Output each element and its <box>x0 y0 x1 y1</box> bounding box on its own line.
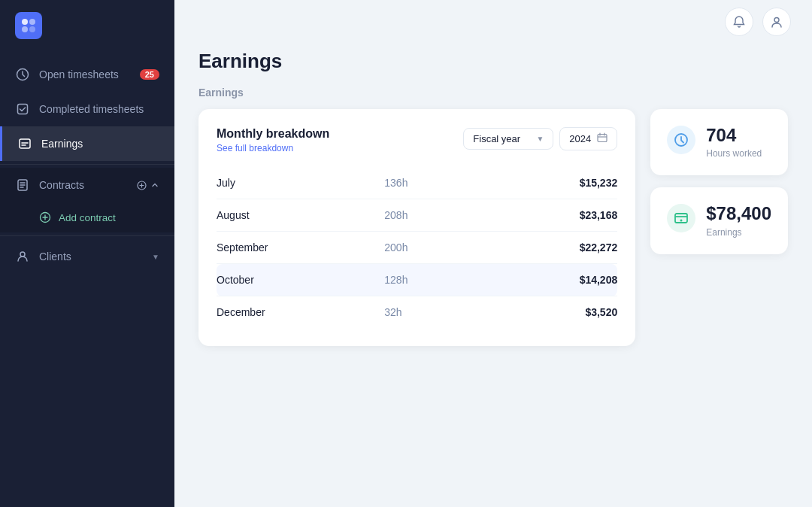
section-label: Earnings <box>198 87 788 99</box>
earnings-value: $78,400 <box>706 204 771 223</box>
main-content: Earnings Earnings Monthly breakdown See … <box>174 0 812 507</box>
hours-value: 704 <box>706 126 762 145</box>
table-row: July 136h $15,232 <box>217 167 617 199</box>
chevron-up-icon <box>150 181 159 190</box>
svg-rect-5 <box>18 105 28 114</box>
earnings-stat-card: $78,400 Earnings <box>650 187 788 254</box>
table-row: October 128h $14,208 <box>217 264 617 296</box>
nav-divider <box>0 164 174 165</box>
sidebar-item-open-timesheets[interactable]: Open timesheets 25 <box>0 57 174 92</box>
open-timesheets-badge: 25 <box>140 69 159 80</box>
hours-cell: 208h <box>377 199 486 232</box>
card-controls: Fiscal year ▼ 2024 <box>463 127 617 150</box>
svg-point-0 <box>22 19 28 25</box>
table-row: December 32h $3,520 <box>217 296 617 329</box>
notifications-button[interactable] <box>725 8 753 36</box>
amount-cell: $3,520 <box>487 296 618 329</box>
hours-cell: 200h <box>377 232 486 264</box>
clock-icon <box>15 67 30 82</box>
content-grid: Monthly breakdown See full breakdown Fis… <box>198 109 788 346</box>
breakdown-card: Monthly breakdown See full breakdown Fis… <box>198 109 635 346</box>
clock-stat-icon <box>667 126 695 154</box>
sidebar-item-earnings[interactable]: Earnings <box>0 126 174 161</box>
svg-point-1 <box>29 19 35 25</box>
sidebar-item-add-contract[interactable]: Add contract <box>0 202 174 232</box>
stats-column: 704 Hours worked $78,400 Earni <box>650 109 788 254</box>
amount-cell: $23,168 <box>487 199 618 232</box>
fiscal-year-label: Fiscal year <box>473 133 520 144</box>
sidebar-item-label: Earnings <box>41 138 83 150</box>
svg-rect-6 <box>20 139 30 148</box>
hours-stat-text: 704 Hours worked <box>706 126 762 159</box>
svg-point-11 <box>774 18 779 23</box>
sidebar-item-clients[interactable]: Clients ▼ <box>0 239 174 274</box>
sidebar-item-label: Open timesheets <box>39 68 119 80</box>
contracts-section: Contracts Add contract <box>0 168 174 232</box>
month-cell: July <box>217 167 377 199</box>
svg-point-2 <box>22 26 28 32</box>
topbar <box>174 0 812 44</box>
month-cell: October <box>217 264 377 296</box>
plus-icon <box>137 181 147 190</box>
table-row: August 208h $23,168 <box>217 199 617 232</box>
amount-cell: $14,208 <box>487 264 618 296</box>
svg-point-10 <box>20 252 25 257</box>
amount-cell: $15,232 <box>487 167 618 199</box>
earnings-stat-text: $78,400 Earnings <box>706 204 771 237</box>
svg-rect-12 <box>598 135 607 142</box>
hours-cell: 32h <box>377 296 486 329</box>
fiscal-year-dropdown[interactable]: Fiscal year ▼ <box>463 128 553 150</box>
add-contract-label: Add contract <box>59 212 116 223</box>
sidebar-logo <box>0 0 174 51</box>
year-value: 2024 <box>569 133 591 144</box>
card-title: Monthly breakdown <box>217 127 329 141</box>
svg-point-15 <box>680 220 683 222</box>
account-button[interactable] <box>762 8 791 36</box>
contracts-icon <box>15 178 30 193</box>
sidebar-item-label: Contracts <box>39 179 84 191</box>
sidebar-item-contracts[interactable]: Contracts <box>0 168 174 202</box>
sidebar: Open timesheets 25 Completed timesheets … <box>0 0 174 507</box>
amount-cell: $22,272 <box>487 232 618 264</box>
card-header: Monthly breakdown See full breakdown Fis… <box>217 127 617 153</box>
month-cell: December <box>217 296 377 329</box>
chevron-down-icon: ▼ <box>152 253 159 261</box>
see-full-breakdown-link[interactable]: See full breakdown <box>217 143 329 153</box>
nav-divider-2 <box>0 235 174 236</box>
card-header-left: Monthly breakdown See full breakdown <box>217 127 329 153</box>
dropdown-chevron-icon: ▼ <box>536 135 544 143</box>
sidebar-item-label: Completed timesheets <box>39 103 144 115</box>
svg-point-3 <box>29 26 35 32</box>
completed-timesheets-icon <box>15 102 30 117</box>
hours-worked-card: 704 Hours worked <box>650 109 788 175</box>
hours-cell: 136h <box>377 167 486 199</box>
page-title: Earnings <box>198 50 788 73</box>
sidebar-item-completed-timesheets[interactable]: Completed timesheets <box>0 92 174 126</box>
page-content: Earnings Earnings Monthly breakdown See … <box>174 44 812 507</box>
sidebar-item-label: Clients <box>39 250 71 263</box>
year-picker[interactable]: 2024 <box>559 127 617 150</box>
hours-label: Hours worked <box>706 148 762 159</box>
clients-icon <box>15 249 30 264</box>
sidebar-navigation: Open timesheets 25 Completed timesheets … <box>0 51 174 507</box>
table-row: September 200h $22,272 <box>217 232 617 264</box>
calendar-icon <box>597 132 607 145</box>
earnings-icon <box>17 136 32 151</box>
month-cell: September <box>217 232 377 264</box>
app-logo-icon <box>15 12 42 39</box>
earnings-label: Earnings <box>706 227 771 238</box>
breakdown-table: July 136h $15,232 August 208h $23,168 Se… <box>217 167 617 328</box>
money-stat-icon <box>667 204 695 232</box>
month-cell: August <box>217 199 377 232</box>
add-contract-icon <box>39 211 51 223</box>
hours-cell: 128h <box>377 264 486 296</box>
